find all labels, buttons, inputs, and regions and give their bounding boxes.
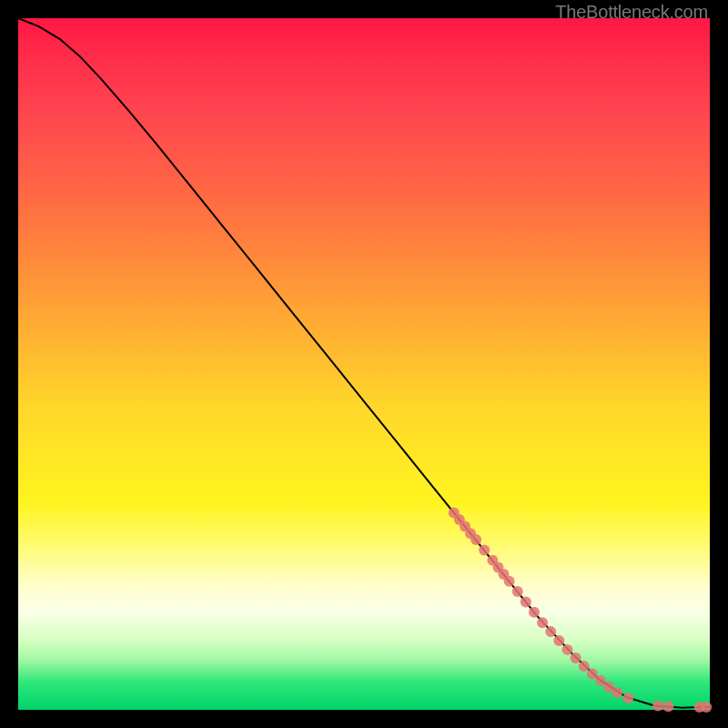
- chart-plot-area: [18, 18, 710, 710]
- chart-data-point: [529, 607, 540, 618]
- chart-data-point: [470, 534, 481, 545]
- chart-data-point: [553, 635, 564, 646]
- chart-data-point: [537, 617, 548, 628]
- chart-data-point: [521, 596, 531, 607]
- chart-data-point: [652, 700, 663, 711]
- chart-data-point: [561, 644, 572, 655]
- chart-data-point: [579, 661, 590, 672]
- attribution-text: TheBottleneck.com: [555, 2, 708, 23]
- chart-data-point: [545, 626, 556, 637]
- chart-data-point: [622, 693, 633, 703]
- chart-data-point: [662, 701, 673, 712]
- chart-data-point: [504, 576, 515, 587]
- chart-curve-path: [18, 18, 710, 708]
- chart-data-point: [479, 544, 490, 555]
- chart-data-point: [612, 687, 622, 698]
- chart-curve-svg: [18, 18, 710, 710]
- chart-data-point: [701, 702, 712, 713]
- chart-data-dots: [449, 507, 712, 713]
- chart-stage: TheBottleneck.com: [0, 0, 728, 728]
- chart-data-point: [512, 586, 523, 597]
- chart-data-point: [571, 652, 581, 663]
